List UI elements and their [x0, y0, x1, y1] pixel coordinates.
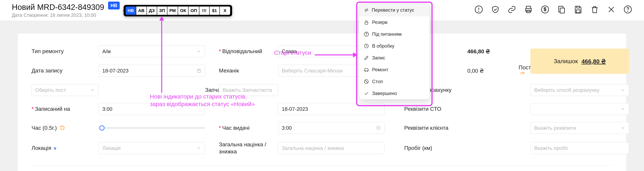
balance-box[interactable]: Залишок 466,80 ₴ [530, 49, 629, 74]
status-item-label: Стоп [372, 79, 383, 84]
status-item-label: Під питанням [372, 31, 402, 37]
select-location[interactable]: Локація [98, 142, 205, 154]
placeholder: Вкажіть Запчастиста [222, 87, 272, 93]
select-paymethod[interactable]: Виберіть спосіб розрахунку [530, 84, 629, 96]
input-mileage[interactable]: Вкажіть пробіг [530, 142, 629, 154]
label-mileage: Пробіг (км) [404, 145, 518, 151]
svg-rect-3 [526, 6, 530, 9]
select-repair-type[interactable]: А/м [98, 45, 205, 57]
header-toolbar [474, 5, 632, 14]
alert-icon[interactable] [474, 5, 483, 14]
close-icon[interactable] [607, 5, 616, 14]
time-slider[interactable] [98, 127, 205, 129]
input-issue-date[interactable]: 18-07-2023 [278, 103, 384, 115]
chevron-down-icon [90, 88, 95, 92]
label-post: Пост [518, 64, 530, 77]
value: 3:00 [282, 125, 292, 131]
label-booked-for: *Записаний на [32, 106, 98, 112]
status-item-stop[interactable]: Стоп [359, 76, 430, 87]
status-code-zp[interactable]: ЗП [157, 7, 168, 15]
label-record-date: Дата запису [32, 68, 98, 74]
label-location: Локація ›› [32, 145, 98, 151]
status-code-nv[interactable]: НВ [126, 7, 136, 15]
status-item-label: Резерв [372, 20, 388, 25]
calendar-icon [196, 68, 201, 73]
label-responsible: *Відповідальний [219, 48, 278, 55]
order-title: Новий MRD-6342-849309 [12, 3, 104, 12]
placeholder: Локація [102, 145, 121, 151]
status-item-label: Завершено [372, 91, 397, 96]
status-item-processing[interactable]: В обробку [359, 40, 430, 52]
svg-rect-8 [577, 6, 580, 8]
check-icon [364, 91, 369, 96]
svg-point-13 [628, 11, 628, 12]
label-repair-type: Тип ремонту [32, 48, 98, 55]
input-record-date[interactable]: 18-07-2023 [98, 65, 205, 77]
status-codes-popover: НВ АВ ДЗ ЗП РМ ОК ОП !!! $1 Х [124, 5, 232, 16]
lock-icon [364, 20, 369, 25]
svg-line-21 [365, 80, 368, 83]
help-icon[interactable] [624, 5, 632, 14]
label-issue-time: *Час видачі [219, 125, 278, 131]
status-code-ok[interactable]: ОК [178, 7, 188, 15]
select-req-sto[interactable] [530, 103, 629, 115]
print-icon[interactable] [524, 5, 533, 14]
refresh-icon[interactable] [60, 125, 65, 130]
status-item-label: В обробку [372, 43, 394, 49]
placeholder: Оберіть пост [35, 87, 66, 93]
select-req-client[interactable]: Вкажіть реквізити [530, 122, 629, 134]
status-code-pay[interactable]: $1 [210, 7, 220, 15]
svg-point-2 [478, 11, 479, 12]
link-icon[interactable] [508, 5, 516, 14]
copy-icon[interactable] [557, 5, 566, 14]
shield-icon[interactable] [491, 5, 500, 14]
trash-icon[interactable] [590, 5, 599, 14]
status-dropdown: Перевести у статус Резерв Під питанням В… [359, 4, 430, 99]
select-post[interactable]: Оберіть пост [32, 84, 98, 96]
paid-value: 0,00 ₴ [467, 68, 484, 74]
svg-rect-7 [560, 8, 564, 13]
save-icon[interactable] [574, 5, 582, 14]
status-item-label: Ремонт [372, 67, 388, 72]
annotation-old-statuses: Старі статуси [274, 49, 311, 56]
value: 18-07-2023 [102, 68, 128, 74]
status-item-reserve[interactable]: Резерв [359, 16, 430, 28]
placeholder: Виберіть Слюсаря-Механ [282, 68, 343, 74]
status-item-done[interactable]: Завершено [359, 87, 430, 99]
placeholder: Вкажіть реквізити [534, 125, 576, 131]
label-req-sto: Реквізити СТО [404, 106, 518, 112]
status-code-av[interactable]: АВ [136, 7, 147, 15]
placeholder: Загальна націнка / знижка [282, 145, 344, 151]
status-code-x[interactable]: Х [220, 7, 230, 15]
transfer-icon [364, 8, 369, 13]
order-form-card: Тип ремонту А/м *Відповідальний Слава Су… [18, 34, 626, 171]
svg-line-26 [522, 73, 524, 74]
status-item-question[interactable]: Під питанням [359, 28, 430, 40]
status-code-op[interactable]: ОП [188, 7, 199, 15]
svg-rect-22 [198, 69, 200, 72]
status-code-dz[interactable]: ДЗ [147, 7, 157, 15]
label-mechanic: Механік [219, 68, 278, 74]
status-dropdown-head[interactable]: Перевести у статус [359, 4, 430, 16]
annotation-new-indicators: Нові індикатори до старих статусів, зара… [150, 93, 255, 108]
order-header: Новий MRD-6342-849309 Дата Створення: 18… [0, 0, 644, 21]
chevron-down-icon [620, 107, 625, 111]
created-at: Дата Створення: 18 липня 2023, 10:00 [12, 13, 104, 18]
status-code-alert[interactable]: !!! [199, 7, 210, 15]
chevron-down-icon [620, 88, 625, 92]
balance-label: Залишок [554, 58, 578, 65]
value: А/м [102, 48, 110, 55]
input-markup[interactable]: Загальна націнка / знижка [278, 142, 384, 154]
sections-row: Клієнт Автомобіль [32, 165, 612, 171]
status-item-repair[interactable]: Ремонт [359, 64, 430, 76]
current-status-chip[interactable]: НВ [108, 2, 120, 10]
balance-value: 466,80 ₴ [582, 58, 606, 65]
input-issue-time[interactable]: 3:00 [278, 122, 384, 134]
question-icon [364, 32, 369, 37]
svg-rect-14 [365, 22, 368, 24]
car-icon [364, 67, 369, 72]
dollar-icon[interactable] [541, 5, 549, 14]
chevron-down-icon [620, 126, 625, 130]
status-code-rm[interactable]: РМ [168, 7, 178, 15]
status-item-record[interactable]: Запис [359, 52, 430, 64]
